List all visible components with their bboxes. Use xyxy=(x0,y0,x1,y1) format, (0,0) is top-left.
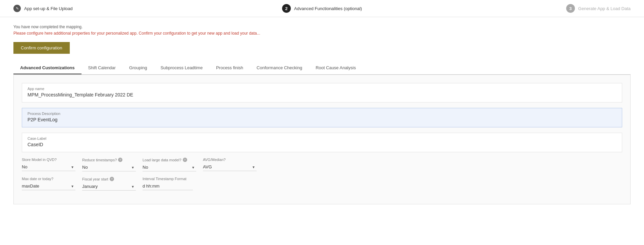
load-large-data-label: Load large data model? ? xyxy=(143,158,196,162)
step-2: 2 Advanced Functionalities (optional) xyxy=(219,4,425,13)
dropdown-row-1: Store Model in QVD? No Yes ▼ Reduce time… xyxy=(22,158,622,171)
process-description-value[interactable]: P2P EventLog xyxy=(28,117,616,122)
fiscal-year-group: Fiscal year start ? January February Mar… xyxy=(82,177,136,191)
max-date-wrapper: maxDate today ▼ xyxy=(22,182,75,190)
tab-advanced-customizations[interactable]: Advanced Customizations xyxy=(13,62,82,74)
store-model-group: Store Model in QVD? No Yes ▼ xyxy=(22,158,75,171)
store-model-wrapper: No Yes ▼ xyxy=(22,163,75,171)
avg-median-wrapper: AVG Median ▼ xyxy=(203,163,257,171)
case-label-label: Case-Label xyxy=(28,136,616,140)
avg-median-label: AVG/Median? xyxy=(203,158,257,162)
step-2-label: Advanced Functionalities (optional) xyxy=(294,6,362,11)
interval-timestamp-label: Interval Timestamp Format xyxy=(143,177,196,181)
tab-conformance-checking[interactable]: Conformance Checking xyxy=(250,62,309,74)
load-large-data-group: Load large data model? ? No Yes ▼ xyxy=(143,158,196,171)
dropdown-row-2: Max date or today? maxDate today ▼ Fisca… xyxy=(22,177,622,191)
info-line2: Please configure here additional propert… xyxy=(13,30,631,37)
main-content: You have now completed the mapping. Plea… xyxy=(0,17,644,211)
load-large-data-select[interactable]: No Yes xyxy=(143,163,196,171)
app-name-value[interactable]: MPM_ProcessMining_Template February 2022… xyxy=(28,92,616,97)
avg-median-select[interactable]: AVG Median xyxy=(203,163,257,171)
store-model-select[interactable]: No Yes xyxy=(22,163,75,171)
avg-median-group: AVG/Median? AVG Median ▼ xyxy=(203,158,257,171)
store-model-label: Store Model in QVD? xyxy=(22,158,75,162)
fiscal-year-help-icon: ? xyxy=(110,177,114,181)
edit-icon: ✎ xyxy=(13,5,21,12)
step-1: ✎ App set-up & File Upload xyxy=(13,5,219,12)
load-large-data-wrapper: No Yes ▼ xyxy=(143,163,196,171)
process-description-field-group: Process Description P2P EventLog xyxy=(22,108,622,127)
app-name-field-group: App name MPM_ProcessMining_Template Febr… xyxy=(22,83,622,103)
process-description-label: Process Description xyxy=(28,112,616,116)
tab-process-finish[interactable]: Process finish xyxy=(209,62,250,74)
fiscal-year-wrapper: January February March April May June Ju… xyxy=(82,182,136,191)
fiscal-year-label: Fiscal year start ? xyxy=(82,177,136,181)
max-date-select[interactable]: maxDate today xyxy=(22,182,75,190)
reduce-timestamps-select[interactable]: No Yes xyxy=(82,163,136,171)
step-3-number: 3 xyxy=(566,4,575,13)
stepper: ✎ App set-up & File Upload 2 Advanced Fu… xyxy=(0,0,644,17)
reduce-timestamps-help-icon: ? xyxy=(118,158,122,162)
reduce-timestamps-label: Reduce timestamps? ? xyxy=(82,158,136,162)
app-name-label: App name xyxy=(28,87,616,91)
load-large-data-help-icon: ? xyxy=(183,158,187,162)
step-1-label: App set-up & File Upload xyxy=(24,6,73,11)
confirm-button[interactable]: Confirm configuration xyxy=(13,42,70,54)
step-3: 3 Generate App & Load Data xyxy=(425,4,631,13)
interval-timestamp-group: Interval Timestamp Format xyxy=(143,177,196,191)
info-block: You have now completed the mapping. Plea… xyxy=(13,24,631,37)
tabs-bar: Advanced Customizations Shift Calendar G… xyxy=(13,62,631,75)
tab-subprocess-leadtime[interactable]: Subprocess Leadtime xyxy=(154,62,209,74)
advanced-customizations-panel: App name MPM_ProcessMining_Template Febr… xyxy=(13,75,631,204)
reduce-timestamps-group: Reduce timestamps? ? No Yes ▼ xyxy=(82,158,136,171)
fiscal-year-select[interactable]: January February March April May June Ju… xyxy=(82,182,136,191)
tab-root-cause-analysis[interactable]: Root Cause Analysis xyxy=(309,62,363,74)
reduce-timestamps-wrapper: No Yes ▼ xyxy=(82,163,136,171)
tab-shift-calendar[interactable]: Shift Calendar xyxy=(82,62,122,74)
step-3-label: Generate App & Load Data xyxy=(578,6,631,11)
info-line1: You have now completed the mapping. xyxy=(13,24,631,30)
interval-timestamp-input[interactable] xyxy=(143,182,193,190)
case-label-field-group: Case-Label CaseID xyxy=(22,133,622,152)
step-2-number: 2 xyxy=(282,4,291,13)
case-label-value[interactable]: CaseID xyxy=(28,142,616,147)
max-date-group: Max date or today? maxDate today ▼ xyxy=(22,177,75,191)
tab-grouping[interactable]: Grouping xyxy=(122,62,154,74)
max-date-label: Max date or today? xyxy=(22,177,75,181)
